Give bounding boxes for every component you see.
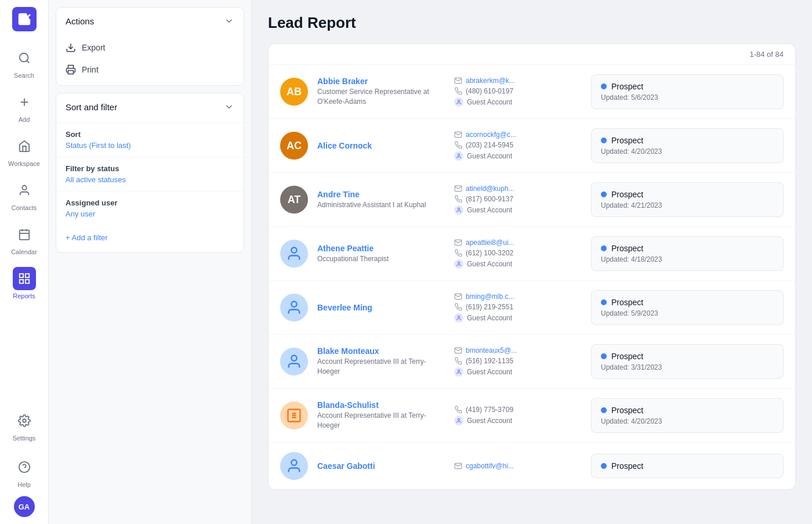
user-small-icon [456, 315, 462, 321]
lead-info: Alice Cornock [317, 141, 445, 150]
lead-avatar: AC [280, 132, 308, 160]
lead-name[interactable]: Beverlee Ming [317, 303, 445, 312]
lead-name[interactable]: Caesar Gabotti [317, 461, 445, 471]
user-avatar[interactable]: GA [14, 496, 35, 517]
svg-point-23 [291, 302, 296, 307]
lead-info: Blanda-Schulist Account Representative I… [317, 400, 445, 431]
actions-card-title: Actions [66, 16, 94, 26]
assigned-user-value[interactable]: Any user [66, 209, 234, 218]
add-filter-button[interactable]: + Add a filter [56, 227, 244, 248]
sort-section: Sort Status (First to last) [56, 122, 244, 157]
lead-contact-info: acornockfg@c... (203) 214-5945 Guest Acc… [454, 131, 582, 161]
lead-contact-info: bming@mlb.c... (619) 219-2551 Guest Acco… [454, 292, 582, 323]
lead-email-value[interactable]: cgabottifv@hi... [466, 462, 514, 470]
lead-email-value[interactable]: abrakerkm@k... [466, 77, 515, 85]
lead-email: bmonteaux5@... [454, 346, 582, 355]
lead-status-row: Prospect [601, 136, 774, 145]
lead-status-value: Prospect [611, 190, 643, 199]
sort-label: Sort [66, 130, 234, 139]
sidebar-item-help[interactable]: Help [8, 450, 41, 494]
lead-contact-info: atineld@kuph... (817) 600-9137 Guest Acc… [454, 185, 582, 215]
lead-status-value: Prospect [611, 352, 643, 361]
sidebar-item-settings-label: Settings [13, 435, 36, 442]
account-icon [454, 151, 463, 161]
sidebar-item-help-label: Help [17, 481, 31, 488]
lead-avatar [280, 348, 308, 375]
lead-avatar [280, 402, 308, 429]
user-small-icon [456, 153, 462, 159]
lead-phone-value: (612) 100-3202 [466, 249, 513, 257]
lead-info: Abbie Braker Customer Service Representa… [317, 77, 445, 107]
pagination-text: 1-84 of 84 [749, 50, 784, 59]
sidebar-item-contacts[interactable]: Contacts [0, 173, 48, 217]
filter-status-value[interactable]: All active statuses [66, 175, 234, 184]
lead-account-value: Guest Account [467, 260, 512, 268]
lead-account-value: Guest Account [467, 152, 512, 160]
lead-avatar: AT [280, 186, 308, 214]
email-icon [454, 346, 462, 355]
lead-updated: Updated: 5/6/2023 [601, 93, 774, 102]
lead-updated: Updated: 4/20/2023 [601, 147, 774, 156]
lead-updated: Updated: 4/21/2023 [601, 201, 774, 209]
filter-card-body: Sort Status (First to last) Filter by st… [56, 120, 244, 252]
sidebar-item-settings[interactable]: Settings [8, 403, 41, 447]
page-title: Lead Report [268, 14, 796, 32]
lead-status-row: Prospect [601, 406, 774, 415]
lead-phone: (419) 775-3709 [454, 406, 582, 414]
lead-avatar [280, 294, 308, 321]
sidebar-item-search[interactable]: Search [0, 41, 48, 85]
lead-email-value[interactable]: acornockfg@c... [466, 131, 516, 139]
lead-name[interactable]: Blanda-Schulist [317, 400, 445, 410]
lead-name[interactable]: Athene Peattie [317, 244, 445, 253]
lead-name[interactable]: Alice Cornock [317, 141, 445, 150]
filter-status-label: Filter by status [66, 164, 234, 173]
lead-email: cgabottifv@hi... [454, 462, 582, 470]
svg-rect-11 [25, 280, 28, 283]
svg-point-20 [458, 208, 459, 209]
lead-status-value: Prospect [611, 82, 643, 91]
sidebar-item-reports[interactable]: Reports [0, 261, 48, 305]
lead-name[interactable]: Abbie Braker [317, 77, 445, 86]
lead-phone-value: (419) 775-3709 [466, 406, 513, 414]
leads-list: AB Abbie Braker Customer Service Represe… [269, 65, 795, 489]
lead-job-title: Account Representative III at Terry-Hoeg… [317, 411, 445, 431]
sidebar-item-calendar[interactable]: Calendar [0, 217, 48, 261]
sidebar-item-add[interactable]: Add [0, 85, 48, 129]
lead-status-card: Prospect Updated: 4/21/2023 [591, 182, 784, 217]
lead-phone: (480) 610-0197 [454, 87, 582, 95]
export-action[interactable]: Export [56, 37, 244, 59]
lead-contact-info: (419) 775-3709 Guest Account [454, 406, 582, 425]
lead-status-value: Prospect [611, 406, 643, 415]
filter-card-header[interactable]: Sort and filter [56, 93, 244, 120]
lead-email-value[interactable]: bming@mlb.c... [466, 292, 514, 301]
lead-account: Guest Account [454, 151, 582, 161]
assigned-user-section: Assigned user Any user [56, 191, 244, 225]
print-action[interactable]: Print [56, 59, 244, 81]
sidebar-item-workspace[interactable]: Workspace [0, 129, 48, 173]
actions-card-header[interactable]: Actions [56, 8, 244, 34]
filter-chevron-icon [224, 102, 234, 112]
lead-name[interactable]: Blake Monteaux [317, 346, 445, 356]
status-dot [601, 299, 607, 305]
phone-icon [454, 195, 462, 203]
lead-account: Guest Account [454, 97, 582, 107]
lead-info: Andre Tine Administrative Assistant I at… [317, 190, 445, 210]
lead-email-value[interactable]: apeattiei8@ui... [466, 238, 514, 247]
print-label: Print [82, 65, 99, 74]
lead-phone: (817) 600-9137 [454, 195, 582, 203]
account-icon [454, 367, 463, 377]
actions-chevron-icon [224, 16, 234, 26]
lead-status-card: Prospect Updated: 3/31/2023 [591, 344, 784, 379]
lead-name[interactable]: Andre Tine [317, 190, 445, 199]
svg-rect-17 [68, 71, 74, 74]
lead-status-value: Prospect [611, 136, 643, 145]
lead-email-value[interactable]: bmonteaux5@... [466, 346, 517, 355]
lead-email: atineld@kuph... [454, 185, 582, 193]
sidebar-item-search-label: Search [14, 72, 34, 79]
lead-email-value[interactable]: atineld@kuph... [466, 185, 514, 193]
lead-status-card: Prospect Updated: 4/18/2023 [591, 236, 784, 271]
app-logo[interactable] [12, 7, 37, 31]
sort-value[interactable]: Status (First to last) [66, 141, 234, 150]
lead-status-card: Prospect Updated: 5/9/2023 [591, 290, 784, 325]
phone-icon [454, 87, 462, 95]
